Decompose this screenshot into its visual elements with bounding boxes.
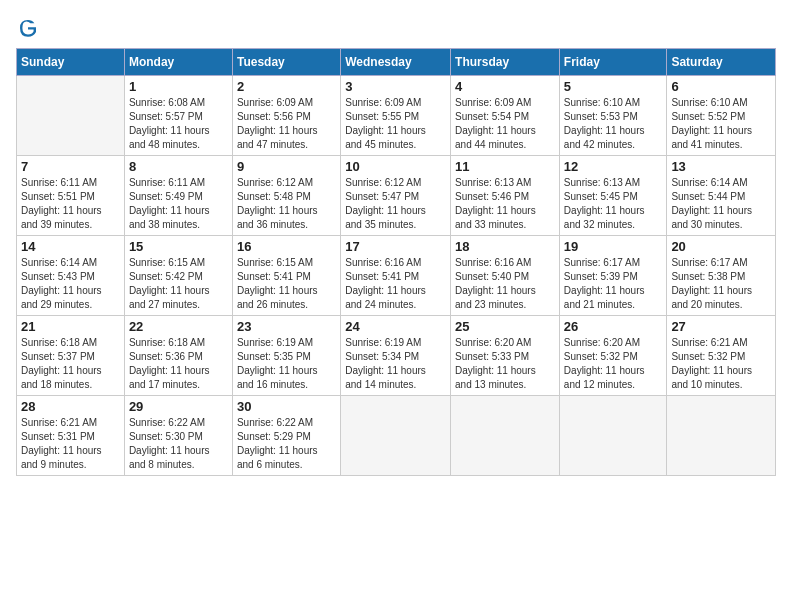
day-info: Sunrise: 6:13 AM Sunset: 5:46 PM Dayligh… — [455, 176, 555, 232]
day-info: Sunrise: 6:09 AM Sunset: 5:55 PM Dayligh… — [345, 96, 446, 152]
calendar-day-cell: 16Sunrise: 6:15 AM Sunset: 5:41 PM Dayli… — [232, 236, 340, 316]
calendar-day-cell: 21Sunrise: 6:18 AM Sunset: 5:37 PM Dayli… — [17, 316, 125, 396]
calendar-day-cell — [451, 396, 560, 476]
day-number: 9 — [237, 159, 336, 174]
day-info: Sunrise: 6:19 AM Sunset: 5:35 PM Dayligh… — [237, 336, 336, 392]
day-number: 14 — [21, 239, 120, 254]
calendar-day-cell — [667, 396, 776, 476]
weekday-header: Wednesday — [341, 49, 451, 76]
calendar-day-cell — [559, 396, 667, 476]
day-info: Sunrise: 6:21 AM Sunset: 5:31 PM Dayligh… — [21, 416, 120, 472]
calendar-week-row: 28Sunrise: 6:21 AM Sunset: 5:31 PM Dayli… — [17, 396, 776, 476]
logo-icon — [16, 16, 40, 40]
day-number: 25 — [455, 319, 555, 334]
weekday-header: Monday — [124, 49, 232, 76]
calendar-day-cell: 18Sunrise: 6:16 AM Sunset: 5:40 PM Dayli… — [451, 236, 560, 316]
calendar-week-row: 7Sunrise: 6:11 AM Sunset: 5:51 PM Daylig… — [17, 156, 776, 236]
day-info: Sunrise: 6:08 AM Sunset: 5:57 PM Dayligh… — [129, 96, 228, 152]
day-info: Sunrise: 6:14 AM Sunset: 5:43 PM Dayligh… — [21, 256, 120, 312]
calendar-day-cell: 17Sunrise: 6:16 AM Sunset: 5:41 PM Dayli… — [341, 236, 451, 316]
calendar-day-cell: 11Sunrise: 6:13 AM Sunset: 5:46 PM Dayli… — [451, 156, 560, 236]
calendar-week-row: 14Sunrise: 6:14 AM Sunset: 5:43 PM Dayli… — [17, 236, 776, 316]
calendar-day-cell: 3Sunrise: 6:09 AM Sunset: 5:55 PM Daylig… — [341, 76, 451, 156]
day-number: 17 — [345, 239, 446, 254]
page-header — [16, 16, 776, 40]
calendar-day-cell: 13Sunrise: 6:14 AM Sunset: 5:44 PM Dayli… — [667, 156, 776, 236]
day-number: 19 — [564, 239, 663, 254]
calendar-day-cell — [17, 76, 125, 156]
day-info: Sunrise: 6:11 AM Sunset: 5:51 PM Dayligh… — [21, 176, 120, 232]
day-number: 24 — [345, 319, 446, 334]
day-info: Sunrise: 6:11 AM Sunset: 5:49 PM Dayligh… — [129, 176, 228, 232]
calendar-day-cell: 22Sunrise: 6:18 AM Sunset: 5:36 PM Dayli… — [124, 316, 232, 396]
calendar-day-cell: 7Sunrise: 6:11 AM Sunset: 5:51 PM Daylig… — [17, 156, 125, 236]
day-number: 23 — [237, 319, 336, 334]
day-info: Sunrise: 6:15 AM Sunset: 5:42 PM Dayligh… — [129, 256, 228, 312]
day-number: 20 — [671, 239, 771, 254]
day-info: Sunrise: 6:20 AM Sunset: 5:33 PM Dayligh… — [455, 336, 555, 392]
day-number: 13 — [671, 159, 771, 174]
calendar-day-cell: 12Sunrise: 6:13 AM Sunset: 5:45 PM Dayli… — [559, 156, 667, 236]
weekday-header: Tuesday — [232, 49, 340, 76]
day-info: Sunrise: 6:13 AM Sunset: 5:45 PM Dayligh… — [564, 176, 663, 232]
calendar-day-cell: 1Sunrise: 6:08 AM Sunset: 5:57 PM Daylig… — [124, 76, 232, 156]
day-number: 1 — [129, 79, 228, 94]
day-info: Sunrise: 6:16 AM Sunset: 5:41 PM Dayligh… — [345, 256, 446, 312]
calendar-day-cell: 8Sunrise: 6:11 AM Sunset: 5:49 PM Daylig… — [124, 156, 232, 236]
calendar-week-row: 21Sunrise: 6:18 AM Sunset: 5:37 PM Dayli… — [17, 316, 776, 396]
day-info: Sunrise: 6:19 AM Sunset: 5:34 PM Dayligh… — [345, 336, 446, 392]
day-number: 30 — [237, 399, 336, 414]
day-number: 26 — [564, 319, 663, 334]
calendar-day-cell: 24Sunrise: 6:19 AM Sunset: 5:34 PM Dayli… — [341, 316, 451, 396]
weekday-header: Friday — [559, 49, 667, 76]
day-info: Sunrise: 6:17 AM Sunset: 5:38 PM Dayligh… — [671, 256, 771, 312]
day-info: Sunrise: 6:09 AM Sunset: 5:54 PM Dayligh… — [455, 96, 555, 152]
logo — [16, 16, 44, 40]
calendar-day-cell: 9Sunrise: 6:12 AM Sunset: 5:48 PM Daylig… — [232, 156, 340, 236]
calendar-day-cell: 19Sunrise: 6:17 AM Sunset: 5:39 PM Dayli… — [559, 236, 667, 316]
calendar-day-cell: 23Sunrise: 6:19 AM Sunset: 5:35 PM Dayli… — [232, 316, 340, 396]
day-info: Sunrise: 6:18 AM Sunset: 5:37 PM Dayligh… — [21, 336, 120, 392]
calendar-day-cell: 10Sunrise: 6:12 AM Sunset: 5:47 PM Dayli… — [341, 156, 451, 236]
day-number: 18 — [455, 239, 555, 254]
day-number: 6 — [671, 79, 771, 94]
day-number: 27 — [671, 319, 771, 334]
day-number: 12 — [564, 159, 663, 174]
day-info: Sunrise: 6:22 AM Sunset: 5:30 PM Dayligh… — [129, 416, 228, 472]
day-number: 16 — [237, 239, 336, 254]
day-info: Sunrise: 6:22 AM Sunset: 5:29 PM Dayligh… — [237, 416, 336, 472]
day-info: Sunrise: 6:18 AM Sunset: 5:36 PM Dayligh… — [129, 336, 228, 392]
day-info: Sunrise: 6:10 AM Sunset: 5:52 PM Dayligh… — [671, 96, 771, 152]
day-info: Sunrise: 6:16 AM Sunset: 5:40 PM Dayligh… — [455, 256, 555, 312]
day-number: 8 — [129, 159, 228, 174]
day-number: 11 — [455, 159, 555, 174]
calendar-day-cell: 25Sunrise: 6:20 AM Sunset: 5:33 PM Dayli… — [451, 316, 560, 396]
day-number: 4 — [455, 79, 555, 94]
day-number: 29 — [129, 399, 228, 414]
day-info: Sunrise: 6:09 AM Sunset: 5:56 PM Dayligh… — [237, 96, 336, 152]
day-info: Sunrise: 6:20 AM Sunset: 5:32 PM Dayligh… — [564, 336, 663, 392]
calendar-day-cell: 2Sunrise: 6:09 AM Sunset: 5:56 PM Daylig… — [232, 76, 340, 156]
day-info: Sunrise: 6:14 AM Sunset: 5:44 PM Dayligh… — [671, 176, 771, 232]
calendar-day-cell: 26Sunrise: 6:20 AM Sunset: 5:32 PM Dayli… — [559, 316, 667, 396]
day-number: 2 — [237, 79, 336, 94]
calendar-day-cell: 15Sunrise: 6:15 AM Sunset: 5:42 PM Dayli… — [124, 236, 232, 316]
day-info: Sunrise: 6:21 AM Sunset: 5:32 PM Dayligh… — [671, 336, 771, 392]
calendar-table: SundayMondayTuesdayWednesdayThursdayFrid… — [16, 48, 776, 476]
calendar-day-cell: 27Sunrise: 6:21 AM Sunset: 5:32 PM Dayli… — [667, 316, 776, 396]
day-number: 10 — [345, 159, 446, 174]
day-info: Sunrise: 6:10 AM Sunset: 5:53 PM Dayligh… — [564, 96, 663, 152]
day-info: Sunrise: 6:12 AM Sunset: 5:47 PM Dayligh… — [345, 176, 446, 232]
calendar-day-cell: 20Sunrise: 6:17 AM Sunset: 5:38 PM Dayli… — [667, 236, 776, 316]
calendar-week-row: 1Sunrise: 6:08 AM Sunset: 5:57 PM Daylig… — [17, 76, 776, 156]
day-number: 28 — [21, 399, 120, 414]
weekday-header: Saturday — [667, 49, 776, 76]
day-number: 5 — [564, 79, 663, 94]
day-number: 15 — [129, 239, 228, 254]
calendar-day-cell: 4Sunrise: 6:09 AM Sunset: 5:54 PM Daylig… — [451, 76, 560, 156]
day-info: Sunrise: 6:17 AM Sunset: 5:39 PM Dayligh… — [564, 256, 663, 312]
day-info: Sunrise: 6:15 AM Sunset: 5:41 PM Dayligh… — [237, 256, 336, 312]
calendar-day-cell: 14Sunrise: 6:14 AM Sunset: 5:43 PM Dayli… — [17, 236, 125, 316]
calendar-day-cell — [341, 396, 451, 476]
day-info: Sunrise: 6:12 AM Sunset: 5:48 PM Dayligh… — [237, 176, 336, 232]
